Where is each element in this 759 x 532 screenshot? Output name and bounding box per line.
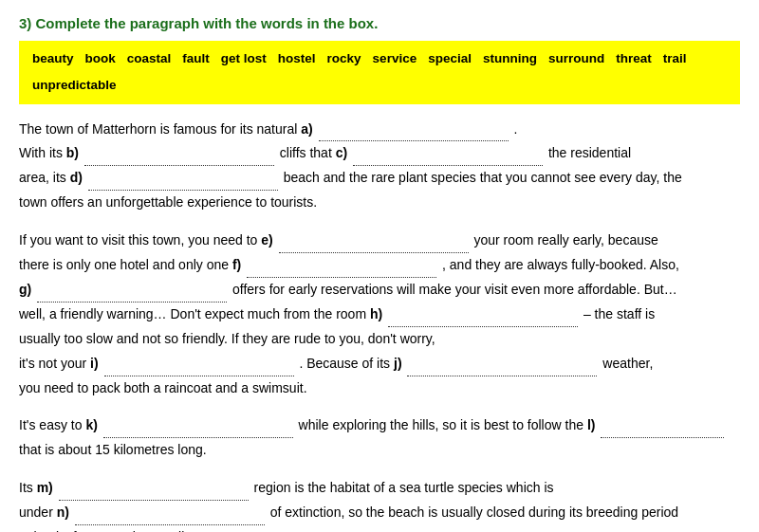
section-number: 3) [19, 15, 31, 31]
p2-text6: well, a friendly warning… Don't expect m… [19, 306, 370, 321]
paragraph-1: The town of Matterhorn is famous for its… [19, 118, 740, 216]
label-n: n) [57, 504, 69, 520]
p2-text5: offers for early reservations will make … [232, 282, 677, 297]
word-special: special [428, 47, 472, 70]
label-g: g) [19, 282, 31, 297]
p2-text8: usually too slow and not so friendly. If… [19, 331, 435, 346]
section-header: 3) Complete the paragraph with the words… [19, 15, 740, 31]
label-k: k) [85, 417, 97, 432]
p4-text1: Its [19, 480, 37, 495]
label-d: d) [70, 170, 83, 185]
blank-b[interactable] [84, 151, 274, 166]
p3-text2: while exploring the hills, so it is best… [299, 417, 587, 432]
blank-e[interactable] [279, 238, 469, 253]
word-rocky: rocky [327, 47, 361, 70]
p2-text1: If you want to visit this town, you need… [19, 232, 261, 248]
p2-text11: weather, [602, 356, 653, 371]
word-book: book [85, 47, 116, 70]
p2-text10: . Because of its [299, 356, 394, 371]
blank-m[interactable] [59, 486, 249, 501]
blank-l[interactable] [601, 423, 724, 438]
p2-text2: your room really early, because [473, 232, 657, 248]
paragraph-2: If you want to visit this town, you need… [19, 229, 740, 400]
word-fault: fault [182, 47, 210, 70]
paragraph-4: Its m) region is the habitat of a sea tu… [19, 476, 740, 532]
label-f: f) [232, 257, 241, 272]
word-beauty: beauty [32, 47, 74, 70]
blank-c[interactable] [353, 151, 543, 166]
p1-text6: area, its [19, 170, 70, 185]
p2-text9: it's not your [19, 356, 90, 371]
p1-text3: With its [19, 145, 66, 160]
p1-text7: beach and the rare plant species that yo… [284, 170, 682, 185]
label-e: e) [261, 232, 272, 248]
label-j: j) [394, 356, 402, 371]
blank-n[interactable] [75, 510, 265, 525]
word-surround: surround [548, 47, 604, 70]
p1-text4: cliffs that [280, 145, 336, 160]
label-b: b) [66, 145, 79, 160]
blank-d[interactable] [88, 175, 278, 191]
word-getlost: get lost [221, 47, 267, 70]
word-stunning: stunning [483, 47, 537, 70]
p1-text8: town offers an unforgettable experience … [19, 194, 317, 210]
blank-i[interactable] [104, 361, 294, 376]
blank-k[interactable] [103, 423, 293, 438]
p2-text4: , and they are always fully-booked. Also… [442, 257, 679, 272]
p3-text3: that is about 15 kilometres long. [19, 442, 207, 457]
p4-text2: region is the habitat of a sea turtle sp… [254, 480, 554, 495]
label-h: h) [370, 306, 382, 321]
p1-text5: the residential [548, 145, 631, 160]
p1-text2: . [513, 121, 517, 137]
word-trail: trail [663, 47, 687, 70]
label-a: a) [301, 121, 312, 137]
p1-text1: The town of Matterhorn is famous for its… [19, 121, 301, 137]
label-c: c) [336, 145, 347, 160]
blank-g[interactable] [37, 287, 227, 303]
word-service: service [373, 47, 417, 70]
p4-text4: of extinction, so the beach is usually c… [270, 504, 678, 520]
paragraph-3: It's easy to k) while exploring the hill… [19, 413, 740, 463]
label-m: m) [37, 480, 53, 495]
word-box: beauty book coastal fault get lost hoste… [19, 41, 740, 104]
word-unpredictable: unpredictable [32, 74, 117, 97]
word-coastal: coastal [127, 47, 172, 70]
p2-text3: there is only one hotel and only one [19, 257, 232, 272]
p2-text7: – the staff is [583, 306, 655, 321]
p2-text12: you need to pack both a raincoat and a s… [19, 380, 307, 395]
word-hostel: hostel [278, 47, 316, 70]
p4-text3: under [19, 504, 57, 520]
word-threat: threat [616, 47, 652, 70]
blank-j[interactable] [407, 361, 597, 376]
label-i: i) [90, 356, 99, 371]
blank-h[interactable] [388, 312, 578, 327]
blank-f[interactable] [247, 263, 436, 278]
blank-a[interactable] [319, 126, 509, 141]
label-l: l) [587, 417, 596, 432]
p3-text1: It's easy to [19, 417, 85, 432]
section-instruction: Complete the paragraph with the words in… [36, 15, 379, 31]
